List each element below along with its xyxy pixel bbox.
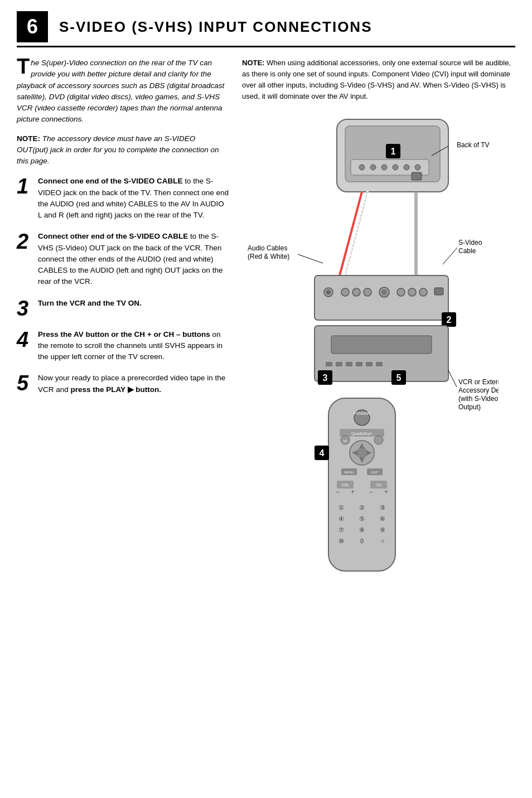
step-3-bold: Turn the VCR and the TV ON. (38, 299, 142, 307)
step-1: 1 Connect one end of the S-VIDEO CABLE t… (17, 176, 229, 221)
svg-text:CH: CH (376, 483, 381, 487)
svg-text:⑩: ⑩ (338, 538, 344, 544)
svg-point-58 (356, 447, 367, 458)
svg-text:Output): Output) (458, 403, 481, 411)
header: 6 S-Video (S-Vhs) Input Connections (17, 11, 515, 47)
step-2-bold: Connect other end of the S-VIDEO CABLE (38, 232, 188, 240)
diagram-svg: 1 Back of TV S-Video Cable Audio Cables … (242, 114, 499, 599)
svg-text:–: – (369, 488, 373, 496)
svg-text:○: ○ (381, 538, 385, 544)
svg-point-5 (381, 165, 387, 170)
svg-text:⑤: ⑤ (359, 515, 365, 522)
svg-point-27 (364, 288, 371, 296)
step-2: 2 Connect other end of the S-VIDEO CABLE… (17, 231, 229, 287)
step-3-content: Turn the VCR and the TV ON. (38, 298, 142, 309)
intro-text: he S(uper)-Video connection on the rear … (17, 59, 224, 123)
svg-text:4: 4 (320, 448, 325, 458)
svg-text:④: ④ (338, 515, 344, 522)
svg-point-8 (415, 165, 420, 170)
svg-text:Accessory Device: Accessory Device (458, 386, 499, 394)
page-title: S-Video (S-Vhs) Input Connections (59, 18, 372, 36)
drop-cap: T (17, 57, 30, 75)
step-2-number: 2 (17, 231, 32, 252)
svg-rect-38 (326, 362, 332, 366)
step-5: 5 Now your ready to place a prerecorded … (17, 373, 229, 395)
svg-line-19 (340, 192, 362, 275)
svg-text:+: + (351, 488, 355, 496)
svg-text:QuadraSurr.: QuadraSurr. (351, 432, 373, 436)
svg-point-7 (404, 165, 409, 170)
svg-point-6 (393, 165, 398, 170)
right-note-label: NOTE: (242, 59, 264, 67)
back-of-tv-label: Back of TV (457, 141, 489, 149)
step-3: 3 Turn the VCR and the TV ON. (17, 298, 229, 319)
svg-point-29 (381, 289, 387, 295)
svg-text:⑧: ⑧ (359, 526, 365, 533)
vcr-label: VCR or External (458, 378, 499, 386)
vcr-device-back: 2 (315, 275, 456, 327)
svg-text:0: 0 (360, 538, 364, 544)
step-2-content: Connect other end of the S-VIDEO CABLE t… (38, 231, 229, 287)
svg-text:–: – (336, 488, 340, 496)
svg-text:3: 3 (323, 373, 328, 383)
svg-text:③: ③ (380, 504, 385, 511)
svg-text:②: ② (359, 504, 365, 511)
svg-rect-43 (376, 362, 383, 366)
svg-text:+: + (384, 488, 388, 496)
svg-text:MENU: MENU (344, 471, 354, 474)
left-column: The S(uper)-Video connection on the rear… (17, 57, 229, 599)
chapter-number: 6 (17, 11, 48, 42)
svg-point-26 (352, 288, 360, 296)
step-4-bold: Press the AV button or the CH + or CH – … (38, 330, 210, 338)
svg-text:VOL: VOL (341, 483, 349, 487)
svg-text:(with S-Video: (with S-Video (458, 395, 498, 403)
step-1-content: Connect one end of the S-VIDEO CABLE to … (38, 176, 229, 221)
svg-text:AV: AV (343, 439, 347, 443)
svg-point-25 (341, 288, 349, 296)
intro-paragraph: The S(uper)-Video connection on the rear… (17, 57, 229, 125)
svg-text:5: 5 (396, 373, 402, 383)
svg-line-51 (448, 370, 457, 387)
svideo-cable-label: S-Video (458, 239, 482, 246)
svg-text:Cable: Cable (458, 247, 476, 255)
svg-point-24 (326, 290, 331, 294)
audio-cables-label: Audio Cables (248, 244, 287, 252)
note-block-1: NOTE: The accessory device must have an … (17, 133, 229, 167)
right-column: NOTE: When using additional accessories,… (242, 57, 515, 599)
step-5-number: 5 (17, 373, 32, 394)
svg-rect-33 (434, 288, 443, 295)
step-1-bold: Connect one end of the S-VIDEO CABLE (38, 177, 183, 185)
page: 6 S-Video (S-Vhs) Input Connections The … (0, 0, 532, 798)
svg-point-4 (370, 165, 376, 170)
right-note: NOTE: When using additional accessories,… (242, 57, 515, 103)
step-3-number: 3 (17, 298, 32, 319)
step-4-number: 4 (17, 329, 32, 350)
note1-label: NOTE: (17, 134, 40, 143)
svg-rect-9 (412, 172, 422, 180)
svg-text:1: 1 (391, 147, 396, 156)
svg-text:(Red & White): (Red & White) (248, 253, 289, 260)
step-4-content: Press the AV button or the CH + or CH – … (38, 329, 229, 363)
svg-rect-39 (336, 362, 342, 366)
svg-rect-40 (346, 362, 352, 366)
step-5-bold: press the PLAY ▶ button. (71, 385, 162, 394)
remote-control: POWER QuadraSurr. (315, 398, 395, 571)
svg-text:⑨: ⑨ (380, 526, 385, 533)
svg-line-14 (443, 248, 457, 264)
svg-point-64 (374, 436, 383, 444)
svg-text:EXIT: EXIT (371, 471, 379, 474)
main-content: The S(uper)-Video connection on the rear… (17, 57, 515, 599)
svg-rect-41 (356, 362, 362, 366)
svg-text:⑦: ⑦ (338, 526, 344, 533)
note1-text: The accessory device must have an S-VIDE… (17, 134, 219, 166)
svg-text:POWER: POWER (354, 411, 370, 416)
svg-point-32 (419, 288, 427, 296)
svg-rect-22 (315, 275, 448, 320)
svg-rect-42 (366, 362, 373, 366)
svg-point-3 (359, 165, 365, 170)
svg-line-16 (298, 254, 323, 263)
svg-text:①: ① (338, 504, 344, 511)
right-note-text: When using additional accessories, only … (242, 59, 511, 100)
vcr-front-body: 3 5 (315, 326, 448, 385)
step-5-content: Now your ready to place a prerecorded vi… (38, 373, 229, 395)
